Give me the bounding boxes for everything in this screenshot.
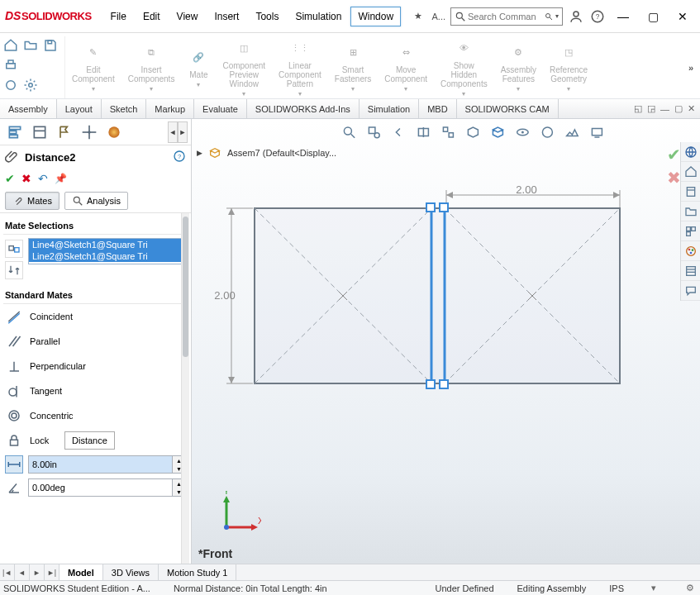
feature-manager-icon[interactable] [3, 121, 26, 143]
cmd-tab-mbd[interactable]: MBD [419, 99, 456, 118]
taskpane-props-icon[interactable] [681, 261, 700, 281]
mate-concentric[interactable]: Concentric [3, 403, 188, 428]
save-icon[interactable] [41, 36, 60, 55]
mate-coincident[interactable]: Coincident [3, 304, 188, 329]
swap-icon[interactable] [5, 261, 23, 279]
viewport-icon[interactable] [438, 122, 458, 142]
status-dropdown-icon[interactable]: ▾ [647, 583, 660, 593]
ribbon-linear-component-pattern[interactable]: ⋮⋮LinearComponentPattern▾ [272, 36, 328, 98]
sheet-tab-motion-study-1[interactable]: Motion Study 1 [159, 564, 236, 580]
search-input[interactable] [468, 12, 542, 21]
ribbon-move-component[interactable]: ⇔MoveComponent▾ [378, 36, 434, 98]
sheet-nav-last-icon[interactable]: ►| [45, 564, 60, 580]
menu-item-view[interactable]: View [169, 7, 206, 26]
distance-input[interactable] [29, 456, 172, 473]
hide-show-icon[interactable] [512, 122, 532, 142]
status-units[interactable]: IPS [609, 583, 624, 593]
distance-icon[interactable] [5, 455, 23, 474]
dimxpert-icon[interactable] [78, 121, 101, 143]
recent-label[interactable]: A... [431, 12, 445, 21]
cmd-tab-assembly[interactable]: Assembly [0, 99, 57, 118]
orientation-icon[interactable] [488, 122, 507, 142]
home-icon[interactable] [2, 36, 20, 55]
panel-nav-left-icon[interactable]: ◄ [168, 121, 178, 143]
sheet-nav-first-icon[interactable]: |◄ [0, 564, 15, 580]
graphics-area[interactable]: ▶ Assem7 (Default<Display... ✔ ✖ [192, 119, 700, 564]
config-manager-icon[interactable] [53, 121, 76, 143]
print-icon[interactable] [2, 56, 20, 74]
menu-item-file[interactable]: File [103, 7, 134, 26]
ribbon-edit-component[interactable]: ✎EditComponent▾ [65, 36, 121, 98]
undo-button[interactable]: ↶ [38, 172, 48, 185]
mate-parallel[interactable]: Parallel [3, 329, 188, 354]
appearance-icon[interactable] [537, 122, 557, 142]
ribbon-overflow-icon[interactable]: » [683, 36, 698, 98]
taskpane-file-explorer-icon[interactable] [681, 202, 700, 221]
panel-nav-right-icon[interactable]: ► [178, 121, 188, 143]
tab-mates[interactable]: Mates [5, 192, 60, 210]
display-manager-icon[interactable] [102, 121, 126, 143]
login-icon[interactable] [568, 8, 584, 25]
minimize-button[interactable]: — [611, 7, 636, 26]
mate-lock[interactable]: LockDistance [3, 428, 188, 453]
selection-item[interactable]: Line4@Sketch1@Square Tri [29, 239, 187, 250]
cmd-tab-solidworks-add-ins[interactable]: SOLIDWORKS Add-Ins [247, 99, 360, 118]
zoom-area-icon[interactable] [364, 122, 383, 142]
ribbon-show-hidden-components[interactable]: 👁ShowHiddenComponents▾ [434, 36, 494, 98]
panel-minimize-icon[interactable]: — [660, 104, 669, 114]
taskpane-design-lib-icon[interactable] [681, 182, 700, 202]
panel-expand-right-icon[interactable]: ◲ [647, 103, 655, 114]
scene-icon[interactable] [562, 122, 582, 142]
selection-item[interactable]: Line2@Sketch1@Square Tri [29, 250, 187, 262]
close-button[interactable]: ✕ [670, 7, 695, 26]
help-icon[interactable]: ? [589, 8, 606, 25]
menu-item-window[interactable]: Window [350, 7, 401, 26]
star-icon[interactable]: ★ [410, 8, 426, 25]
cmd-tab-markup[interactable]: Markup [146, 99, 194, 118]
cancel-button[interactable]: ✖ [21, 172, 31, 185]
sheet-tab-model[interactable]: Model [60, 564, 103, 580]
prev-view-icon[interactable] [388, 122, 408, 142]
feature-help-icon[interactable]: ? [173, 150, 186, 164]
cmd-tab-simulation[interactable]: Simulation [360, 99, 419, 118]
panel-expand-left-icon[interactable]: ◱ [634, 103, 642, 114]
panel-scrollbar[interactable] [181, 213, 189, 564]
menu-item-tools[interactable]: Tools [248, 7, 286, 26]
search-box[interactable]: ▾ [450, 7, 563, 26]
taskpane-resources-icon[interactable] [681, 142, 700, 162]
display-style-icon[interactable] [463, 122, 483, 142]
panel-restore-icon[interactable]: ▢ [674, 103, 683, 114]
ribbon-mate[interactable]: 🔗Mate▾ [181, 36, 216, 98]
cmd-tab-sketch[interactable]: Sketch [102, 99, 147, 118]
status-gear-icon[interactable]: ⚙ [683, 583, 697, 593]
mate-perpendicular[interactable]: Perpendicular [3, 354, 188, 378]
open-icon[interactable] [21, 36, 40, 55]
ribbon-insert-components[interactable]: ⧉InsertComponents▾ [121, 36, 182, 98]
angle-icon[interactable] [5, 478, 23, 497]
ribbon-smart-fasteners[interactable]: ⊞SmartFasteners▾ [328, 36, 378, 98]
feature-tree-flyout[interactable]: ▶ Assem7 (Default<Display... [197, 145, 336, 160]
section-icon[interactable] [413, 122, 433, 142]
taskpane-view-palette-icon[interactable] [681, 221, 700, 241]
render-icon[interactable] [587, 122, 607, 142]
rebuild-icon[interactable] [2, 76, 20, 94]
sheet-nav-prev-icon[interactable]: ◄ [15, 564, 30, 580]
tab-analysis[interactable]: Analysis [64, 192, 128, 210]
angle-input[interactable] [29, 479, 172, 496]
pin-button[interactable]: 📌 [55, 173, 67, 184]
taskpane-home-icon[interactable] [681, 162, 700, 182]
taskpane-appearances-icon[interactable] [681, 241, 700, 261]
menu-item-simulation[interactable]: Simulation [288, 7, 349, 26]
sheet-nav-next-icon[interactable]: ► [30, 564, 45, 580]
cmd-tab-layout[interactable]: Layout [57, 99, 102, 118]
panel-scrollbar-thumb[interactable] [183, 217, 188, 357]
ribbon-component-preview-window[interactable]: ◫ComponentPreviewWindow▾ [216, 36, 272, 98]
sheet-tab-3d-views[interactable]: 3D Views [103, 564, 159, 580]
panel-close-icon[interactable]: ✕ [688, 103, 695, 114]
zoom-fit-icon[interactable] [339, 122, 359, 142]
options-icon[interactable] [21, 76, 40, 94]
ribbon-reference-geometry[interactable]: ◳ReferenceGeometry▾ [543, 36, 594, 98]
cmd-tab-evaluate[interactable]: Evaluate [194, 99, 247, 118]
entities-icon[interactable] [5, 240, 23, 258]
search-go-icon[interactable] [544, 12, 554, 21]
